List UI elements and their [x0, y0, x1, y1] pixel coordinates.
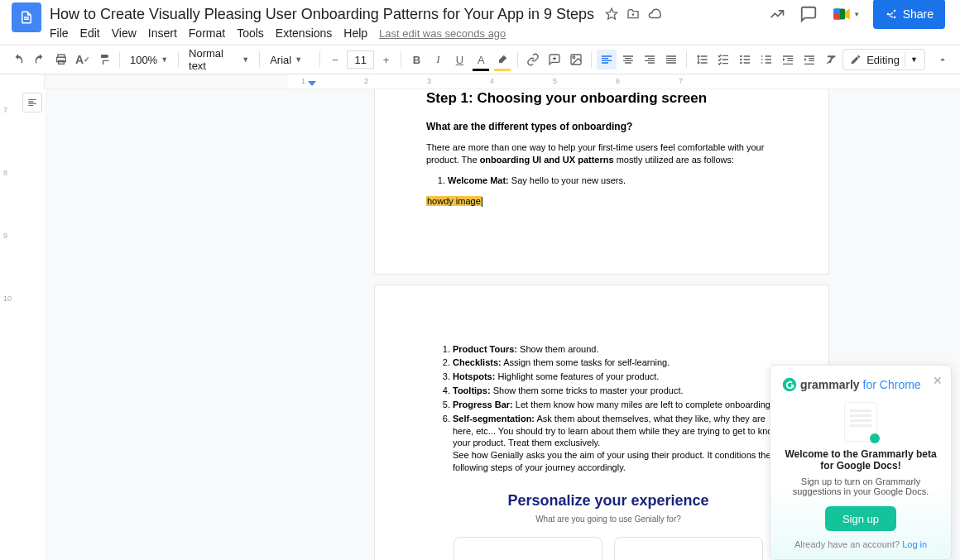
print-icon[interactable]	[51, 50, 71, 69]
embedded-title: Personalize your experience	[431, 491, 785, 510]
grammarly-footer: Already have an account? Log in	[782, 539, 939, 549]
docs-logo[interactable]	[12, 2, 41, 32]
horizontal-ruler: 1234567	[0, 74, 960, 89]
increase-indent-icon[interactable]	[799, 50, 819, 69]
menu-help[interactable]: Help	[338, 25, 372, 41]
grammarly-brand-suffix: for Chrome	[863, 378, 921, 391]
font-size-input[interactable]: 11	[347, 50, 374, 69]
list-item: Tooltips: Show them some tricks to maste…	[453, 385, 785, 397]
svg-rect-2	[833, 9, 840, 15]
menu-tools[interactable]: Tools	[232, 25, 269, 41]
svg-point-8	[573, 56, 575, 59]
list-item: Product Tours: Show them around.	[453, 343, 785, 356]
checklist-icon[interactable]	[713, 50, 733, 69]
bold-icon[interactable]: B	[406, 50, 426, 69]
editing-mode-label: Editing	[866, 54, 900, 66]
insert-link-icon[interactable]	[523, 50, 543, 69]
comments-icon[interactable]	[799, 4, 818, 24]
heading-2: What are the different types of onboardi…	[426, 120, 777, 133]
svg-point-9	[740, 55, 742, 58]
redo-icon[interactable]	[30, 50, 50, 69]
menu-format[interactable]: Format	[184, 25, 230, 41]
clear-formatting-icon[interactable]	[821, 50, 841, 69]
highlight-color-icon[interactable]	[492, 50, 512, 69]
zoom-select[interactable]: 100%▼	[125, 50, 173, 69]
paragraph: There are more than one way to help your…	[426, 141, 777, 166]
card-corporate: Corporate	[614, 537, 763, 560]
grammarly-popup: ✕ grammarly for Chrome Welcome to the Gr…	[770, 365, 952, 560]
meet-button[interactable]: ▼	[830, 0, 862, 30]
align-center-icon[interactable]	[618, 50, 638, 69]
list-item: Self-segmentation: Ask them about themse…	[453, 413, 785, 474]
insert-image-icon[interactable]	[566, 50, 586, 69]
hide-menus-icon[interactable]	[934, 50, 952, 69]
outline-toggle-icon[interactable]	[22, 93, 42, 112]
svg-point-11	[740, 62, 742, 65]
svg-point-20	[783, 378, 797, 392]
decrease-indent-icon[interactable]	[778, 50, 798, 69]
font-select[interactable]: Arial▼	[265, 50, 314, 69]
vertical-ruler: 78910	[0, 89, 20, 560]
svg-rect-3	[833, 14, 840, 20]
last-edit[interactable]: Last edit was seconds ago	[379, 27, 506, 40]
editing-mode-button[interactable]: Editing ▼	[842, 49, 925, 70]
toolbar: A✓ 100%▼ Normal text▼ Arial▼ − 11 + B I …	[0, 45, 960, 74]
increase-font-icon[interactable]: +	[376, 50, 396, 69]
cloud-status-icon[interactable]	[647, 7, 662, 22]
svg-rect-6	[59, 60, 65, 64]
grammarly-body: Sign up to turn on Grammarly suggestions…	[782, 476, 939, 496]
move-to-folder-icon[interactable]	[626, 7, 641, 22]
menu-edit[interactable]: Edit	[75, 25, 105, 41]
paint-format-icon[interactable]	[94, 50, 114, 69]
align-justify-icon[interactable]	[661, 50, 681, 69]
svg-point-10	[740, 59, 742, 61]
italic-icon[interactable]: I	[428, 50, 448, 69]
menu-extensions[interactable]: Extensions	[271, 25, 337, 41]
embedded-subtitle: What are you going to use Genially for?	[431, 514, 785, 525]
underline-icon[interactable]: U	[449, 50, 469, 69]
menu-view[interactable]: View	[107, 25, 142, 41]
undo-icon[interactable]	[8, 50, 28, 69]
list-item: Progress Bar: Let them know how many mil…	[453, 399, 785, 411]
list-item: Checklists: Assign them some tasks for s…	[453, 357, 785, 369]
highlighted-text: howdy image	[426, 195, 777, 208]
doc-title[interactable]: How to Create Visually Pleasing User Onb…	[46, 5, 598, 24]
menu-insert[interactable]: Insert	[143, 25, 182, 41]
align-right-icon[interactable]	[640, 50, 660, 69]
bulleted-list-icon[interactable]	[735, 50, 755, 69]
close-icon[interactable]: ✕	[933, 374, 943, 387]
list-item: Welcome Mat: Say hello to your new users…	[448, 175, 777, 187]
line-spacing-icon[interactable]	[692, 50, 712, 69]
page: Product Tours: Show them around.Checklis…	[375, 285, 828, 561]
spellcheck-icon[interactable]: A✓	[73, 50, 93, 69]
star-icon[interactable]	[604, 7, 619, 22]
login-link[interactable]: Log in	[902, 539, 927, 549]
document-icon	[844, 402, 877, 442]
signup-button[interactable]: Sign up	[825, 506, 896, 531]
add-comment-icon[interactable]	[545, 50, 564, 69]
page: Step 1: Choosing your onboarding screen …	[375, 89, 828, 274]
activity-icon[interactable]	[767, 4, 787, 24]
share-button[interactable]: Share	[873, 0, 945, 29]
list-item: Hotspots: Highlight some features of you…	[453, 371, 785, 383]
heading-1: Step 1: Choosing your onboarding screen	[426, 89, 777, 108]
text-color-icon[interactable]: A	[471, 50, 491, 69]
align-left-icon[interactable]	[597, 50, 617, 69]
card-education: Education	[454, 537, 602, 560]
grammarly-brand: grammarly	[800, 378, 860, 391]
decrease-font-icon[interactable]: −	[325, 50, 345, 69]
numbered-list-icon[interactable]	[756, 50, 776, 69]
grammarly-title: Welcome to the Grammarly beta for Google…	[782, 448, 939, 471]
menu-file[interactable]: File	[45, 25, 74, 41]
svg-marker-0	[606, 8, 617, 19]
paragraph-style-select[interactable]: Normal text▼	[184, 50, 254, 69]
share-label: Share	[903, 7, 934, 21]
